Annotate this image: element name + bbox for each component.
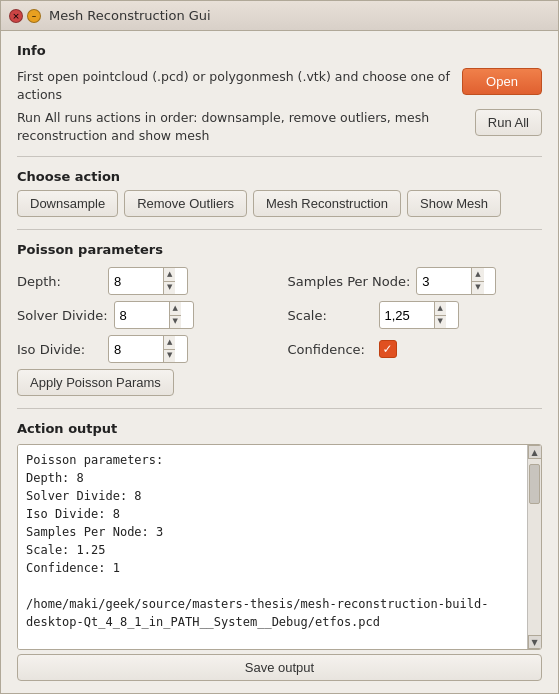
solver-label: Solver Divide:	[17, 308, 108, 323]
minimize-button[interactable]: –	[27, 9, 41, 23]
depth-input[interactable]	[109, 271, 163, 292]
scroll-thumb[interactable]	[529, 464, 540, 504]
solver-arrows: ▲ ▼	[169, 302, 181, 328]
samples-spinbox[interactable]: ▲ ▼	[416, 267, 496, 295]
poisson-title: Poisson parameters	[17, 242, 163, 257]
depth-down-arrow[interactable]: ▼	[164, 282, 175, 295]
action-buttons: Downsample Remove Outliers Mesh Reconstr…	[17, 190, 542, 217]
depth-up-arrow[interactable]: ▲	[164, 268, 175, 282]
info-row-2: Run All runs actions in order: downsampl…	[17, 109, 542, 144]
iso-spinbox[interactable]: ▲ ▼	[108, 335, 188, 363]
save-btn-row: Save output	[17, 654, 542, 681]
output-textarea[interactable]	[18, 445, 527, 649]
depth-row: Depth: ▲ ▼	[17, 267, 272, 295]
scale-row: Scale: ▲ ▼	[288, 301, 543, 329]
window-title: Mesh Reconstruction Gui	[49, 8, 211, 23]
scale-label: Scale:	[288, 308, 373, 323]
confidence-row: Confidence:	[288, 335, 543, 363]
info-text-2: Run All runs actions in order: downsampl…	[17, 109, 465, 144]
choose-action-section: Choose action Downsample Remove Outliers…	[17, 169, 542, 217]
scale-up-arrow[interactable]: ▲	[435, 302, 446, 316]
action-output-section: Action output ▲ ▼ Save output	[17, 421, 542, 681]
confidence-checkbox-container	[379, 340, 397, 358]
titlebar: × – Mesh Reconstruction Gui	[1, 1, 558, 31]
iso-up-arrow[interactable]: ▲	[164, 336, 175, 350]
downsample-button[interactable]: Downsample	[17, 190, 118, 217]
iso-row: Iso Divide: ▲ ▼	[17, 335, 272, 363]
solver-up-arrow[interactable]: ▲	[170, 302, 181, 316]
samples-label: Samples Per Node:	[288, 274, 411, 289]
divider-1	[17, 156, 542, 157]
info-title: Info	[17, 43, 542, 58]
iso-label: Iso Divide:	[17, 342, 102, 357]
solver-spinbox[interactable]: ▲ ▼	[114, 301, 194, 329]
scale-arrows: ▲ ▼	[434, 302, 446, 328]
apply-poisson-button[interactable]: Apply Poisson Params	[17, 369, 174, 396]
open-button[interactable]: Open	[462, 68, 542, 95]
divider-3	[17, 408, 542, 409]
solver-input[interactable]	[115, 305, 169, 326]
iso-arrows: ▲ ▼	[163, 336, 175, 362]
save-output-button[interactable]: Save output	[17, 654, 542, 681]
scale-spinbox[interactable]: ▲ ▼	[379, 301, 459, 329]
info-section: Info First open pointcloud (.pcd) or pol…	[17, 43, 542, 144]
scroll-down-arrow[interactable]: ▼	[528, 635, 542, 649]
run-all-button[interactable]: Run All	[475, 109, 542, 136]
minimize-icon: –	[32, 11, 37, 21]
depth-arrows: ▲ ▼	[163, 268, 175, 294]
poisson-section: Poisson parameters Depth: ▲ ▼ Samples Pe…	[17, 242, 542, 396]
main-window: × – Mesh Reconstruction Gui Info First o…	[0, 0, 559, 694]
content-area: Info First open pointcloud (.pcd) or pol…	[1, 31, 558, 693]
solver-row: Solver Divide: ▲ ▼	[17, 301, 272, 329]
vertical-scrollbar[interactable]: ▲ ▼	[527, 445, 541, 649]
choose-action-title: Choose action	[17, 169, 120, 184]
close-button[interactable]: ×	[9, 9, 23, 23]
output-area-wrapper: ▲ ▼	[17, 444, 542, 650]
scale-down-arrow[interactable]: ▼	[435, 316, 446, 329]
show-mesh-button[interactable]: Show Mesh	[407, 190, 501, 217]
window-controls: × –	[9, 9, 41, 23]
close-icon: ×	[12, 11, 20, 21]
scale-input[interactable]	[380, 305, 434, 326]
samples-up-arrow[interactable]: ▲	[472, 268, 483, 282]
samples-arrows: ▲ ▼	[471, 268, 483, 294]
iso-input[interactable]	[109, 339, 163, 360]
iso-down-arrow[interactable]: ▼	[164, 350, 175, 363]
apply-btn-row: Apply Poisson Params	[17, 369, 542, 396]
output-title: Action output	[17, 421, 542, 436]
scroll-up-arrow[interactable]: ▲	[528, 445, 542, 459]
confidence-checkbox[interactable]	[379, 340, 397, 358]
depth-spinbox[interactable]: ▲ ▼	[108, 267, 188, 295]
depth-label: Depth:	[17, 274, 102, 289]
samples-row: Samples Per Node: ▲ ▼	[288, 267, 543, 295]
solver-down-arrow[interactable]: ▼	[170, 316, 181, 329]
samples-input[interactable]	[417, 271, 471, 292]
mesh-reconstruction-button[interactable]: Mesh Reconstruction	[253, 190, 401, 217]
remove-outliers-button[interactable]: Remove Outliers	[124, 190, 247, 217]
info-row-1: First open pointcloud (.pcd) or polygonm…	[17, 68, 542, 103]
scroll-track[interactable]	[528, 459, 541, 635]
divider-2	[17, 229, 542, 230]
poisson-grid: Depth: ▲ ▼ Samples Per Node: ▲	[17, 263, 542, 367]
info-text-1: First open pointcloud (.pcd) or polygonm…	[17, 68, 452, 103]
confidence-label: Confidence:	[288, 342, 373, 357]
samples-down-arrow[interactable]: ▼	[472, 282, 483, 295]
